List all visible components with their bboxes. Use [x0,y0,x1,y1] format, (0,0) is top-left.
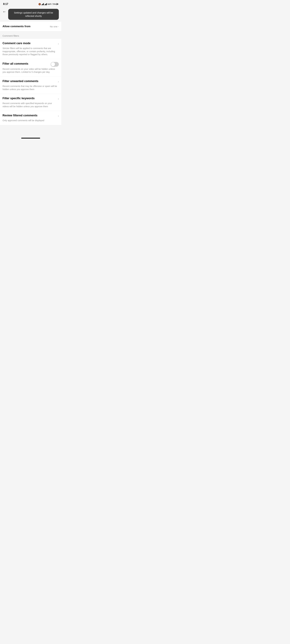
comment-care-mode-title: Comment care mode [2,42,30,45]
filter-unwanted-comments-item[interactable]: Filter unwanted comments › Recent commen… [0,77,61,94]
battery-icon: 79% [52,3,58,5]
filter-unwanted-comments-title: Filter unwanted comments [2,80,38,83]
review-filtered-comments-title: Review filtered comments [2,114,38,117]
allow-comments-chevron: › [58,25,59,28]
filter-all-comments-title: Filter all comments [2,62,28,66]
signal-bars-1 [42,3,44,5]
filter-all-comments-item: Filter all comments Recent comments on y… [0,59,61,77]
toggle-switch[interactable] [51,62,59,67]
back-button[interactable]: ← [2,10,6,14]
filter-all-comments-desc: Recent comments on your video will be hi… [2,68,59,74]
filter-all-comments-toggle[interactable] [51,62,59,67]
comment-care-mode-desc: Stricter filters will be applied to comm… [2,47,59,56]
filter-unwanted-comments-desc: Recent comments that may be offensive or… [2,85,59,91]
bottom-padding [0,125,61,134]
status-bar: 8:17 🔕 WiFi 79% [0,0,61,8]
review-filtered-comments-item[interactable]: Review filtered comments › Only approved… [0,111,61,125]
wifi-icon: WiFi [48,3,52,5]
header: ← Settings updated and changes will be r… [0,8,61,22]
allow-comments-current-value: No one [50,25,58,28]
toggle-knob [51,62,55,66]
status-time: 8:17 [3,3,8,6]
home-indicator-area [0,134,61,140]
comment-care-mode-chevron: › [58,42,59,46]
status-icons: 🔕 WiFi 79% [38,3,58,5]
comment-filters-label: Comment filters [2,34,19,37]
review-filtered-comments-chevron: › [58,114,59,118]
comment-filters-section-header: Comment filters [0,31,61,39]
allow-comments-row[interactable]: Allow comments from No one › [0,22,61,31]
signal-bars-2 [44,3,47,5]
filter-specific-keywords-chevron: › [58,97,59,100]
comment-care-mode-item[interactable]: Comment care mode › Stricter filters wil… [0,39,61,59]
filter-unwanted-comments-chevron: › [58,80,59,83]
home-indicator [21,138,40,138]
filter-specific-keywords-desc: Recent comments with specified keywords … [2,102,59,108]
toast-notification: Settings updated and changes will be ref… [8,9,59,20]
settings-list: Comment care mode › Stricter filters wil… [0,39,61,125]
review-filtered-comments-desc: Only approved comments will be displayed [2,119,59,122]
allow-comments-label: Allow comments from [2,25,30,28]
toast-message: Settings updated and changes will be ref… [14,11,53,17]
filter-specific-keywords-item[interactable]: Filter specific keywords › Recent commen… [0,94,61,111]
filter-specific-keywords-title: Filter specific keywords [2,97,34,100]
mute-icon: 🔕 [38,3,41,5]
allow-comments-value[interactable]: No one › [50,25,59,28]
